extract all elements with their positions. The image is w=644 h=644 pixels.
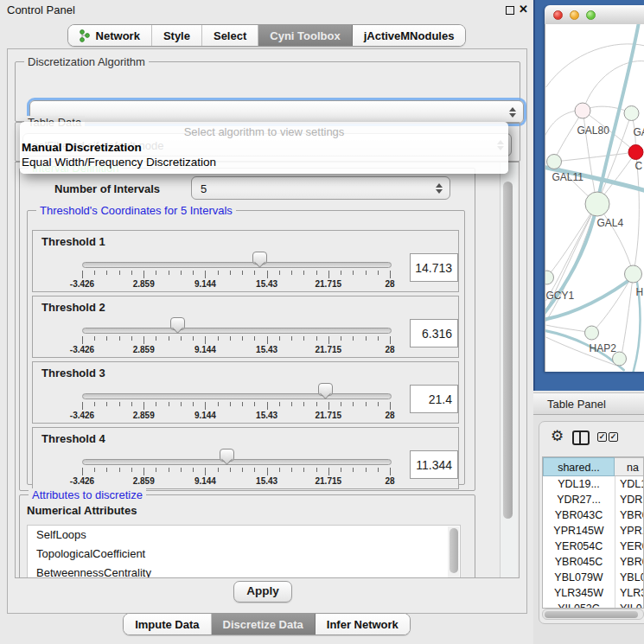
gear-icon[interactable]: ⚙ bbox=[551, 427, 564, 444]
slider-track[interactable] bbox=[82, 328, 392, 334]
close-traffic-light-icon[interactable] bbox=[553, 10, 563, 20]
table-row[interactable]: YER054CYER0 bbox=[543, 539, 643, 554]
network-window-titlebar bbox=[545, 5, 644, 25]
close-icon[interactable]: ✕ bbox=[519, 3, 528, 16]
apply-button[interactable]: Apply bbox=[233, 581, 292, 603]
tab-cyni-toolbox[interactable]: Cyni Toolbox bbox=[258, 25, 352, 46]
settings-scroll-thumb[interactable] bbox=[503, 182, 513, 519]
slider-tick bbox=[94, 402, 95, 406]
table-row[interactable]: YLR345WYLR3 bbox=[543, 585, 643, 601]
network-node[interactable] bbox=[585, 326, 599, 340]
checkbox-icon[interactable]: ✓ bbox=[609, 432, 618, 442]
network-node-label: GAL80 bbox=[577, 124, 610, 137]
table-row[interactable]: YBR045CYBR0 bbox=[543, 554, 643, 570]
slider-tick bbox=[328, 402, 329, 410]
slider-tick bbox=[193, 271, 194, 275]
zoom-traffic-light-icon[interactable] bbox=[586, 10, 596, 20]
float-window-icon[interactable] bbox=[506, 6, 514, 15]
slider-tick bbox=[218, 271, 219, 275]
attribute-list-item[interactable]: BetweennessCentrality bbox=[28, 564, 460, 578]
slider-tick bbox=[94, 468, 95, 472]
table-row[interactable]: YBR043CYBR0 bbox=[543, 507, 643, 523]
tab-network[interactable]: Network bbox=[68, 25, 152, 46]
slider-tick-label: 15.43 bbox=[256, 411, 277, 420]
attributes-list[interactable]: SelfLoopsTopologicalCoefficientBetweenne… bbox=[27, 525, 461, 578]
attributes-list-scroll-thumb[interactable] bbox=[450, 528, 458, 573]
slider-tick bbox=[353, 402, 354, 406]
tab-label: Select bbox=[214, 29, 246, 42]
slider-tick bbox=[353, 468, 354, 472]
slider-tick bbox=[390, 271, 391, 278]
settings-vertical-scrollbar[interactable] bbox=[500, 163, 517, 577]
slider-tick-label: 15.43 bbox=[256, 476, 277, 486]
table-row[interactable]: YDL19...YDL1 bbox=[543, 476, 643, 492]
threshold-value-field[interactable]: 6.316 bbox=[410, 319, 458, 348]
minimize-traffic-light-icon[interactable] bbox=[570, 10, 579, 20]
slider-track[interactable] bbox=[82, 459, 392, 465]
slider-track[interactable] bbox=[82, 262, 392, 268]
table-cell: YDL1 bbox=[615, 476, 643, 492]
table-horizontal-scrollbar[interactable] bbox=[542, 609, 644, 620]
table-row[interactable]: YDR27...YDR2 bbox=[543, 492, 643, 507]
slider-tick bbox=[181, 468, 182, 472]
slider-tick bbox=[291, 271, 292, 275]
slider-tick bbox=[328, 468, 329, 475]
column-header[interactable]: na bbox=[615, 457, 643, 476]
network-node[interactable] bbox=[625, 265, 642, 283]
table-header-row: shared...na bbox=[543, 457, 643, 476]
slider-thumb[interactable] bbox=[252, 252, 267, 265]
slider-tick-label: 21.715 bbox=[316, 345, 342, 354]
slider-tick bbox=[303, 402, 304, 406]
table-row[interactable]: YBL079WYBL0 bbox=[543, 570, 643, 585]
attributes-list-scrollbar[interactable] bbox=[448, 526, 459, 578]
network-node-label: GAL4 bbox=[597, 217, 624, 229]
slider-thumb[interactable] bbox=[220, 449, 234, 462]
table-row[interactable]: YPR145WYPR1 bbox=[543, 523, 643, 539]
slider-tick bbox=[242, 336, 243, 341]
network-node[interactable] bbox=[547, 155, 562, 169]
tab-discretize-data[interactable]: Discretize Data bbox=[212, 614, 316, 634]
network-canvas[interactable]: GAL80GAGAL11GAL4GCY1HHAP2C bbox=[545, 24, 644, 372]
top-tabs-segments: NetworkStyleSelectCyni ToolboxjActiveMNo… bbox=[67, 24, 467, 47]
slider-tick bbox=[378, 336, 379, 341]
attribute-list-item[interactable]: TopologicalCoefficient bbox=[28, 545, 460, 564]
slider-tick bbox=[143, 468, 144, 475]
network-node[interactable] bbox=[624, 106, 639, 121]
slider-tick bbox=[366, 402, 367, 406]
slider-tick bbox=[131, 271, 132, 275]
split-columns-icon[interactable] bbox=[572, 430, 590, 445]
attribute-list-item[interactable]: SelfLoops bbox=[28, 526, 460, 545]
slider-thumb[interactable] bbox=[170, 317, 185, 330]
slider-thumb[interactable] bbox=[318, 383, 333, 396]
control-panel: Control Panel ✕ NetworkStyleSelectCyni T… bbox=[0, 0, 533, 644]
network-node[interactable] bbox=[575, 103, 590, 118]
tab-infer-network[interactable]: Infer Network bbox=[316, 614, 410, 634]
table-row[interactable]: YIL052CYIL0 bbox=[543, 601, 643, 609]
threshold-value-field[interactable]: 14.713 bbox=[410, 253, 458, 282]
tab-style[interactable]: Style bbox=[152, 25, 202, 46]
algorithm-option[interactable]: Equal Width/Frequency Discretization bbox=[22, 156, 216, 169]
slider-tick bbox=[82, 271, 83, 278]
slider-tick bbox=[106, 468, 107, 472]
slider-tick bbox=[230, 336, 231, 341]
tab-impute-data[interactable]: Impute Data bbox=[124, 614, 211, 634]
bottom-tab-strip: Impute DataDiscretize DataInfer Network bbox=[0, 613, 533, 635]
network-node[interactable] bbox=[585, 192, 609, 216]
network-node[interactable] bbox=[613, 352, 627, 366]
threshold-value-field[interactable]: 21.4 bbox=[410, 385, 458, 413]
num-intervals-combobox[interactable]: 5 bbox=[191, 176, 450, 200]
table-cell: YPR1 bbox=[615, 523, 643, 539]
table-scroll-thumb[interactable] bbox=[545, 611, 638, 618]
checkbox-icon[interactable]: ✓ bbox=[597, 432, 607, 442]
slider-track[interactable] bbox=[82, 393, 392, 399]
threshold-value-field[interactable]: 11.344 bbox=[410, 450, 458, 479]
algorithm-combobox[interactable] bbox=[29, 100, 524, 124]
network-node[interactable] bbox=[545, 271, 554, 284]
network-node-label: HAP2 bbox=[590, 342, 617, 354]
algorithm-option[interactable]: Manual Discretization bbox=[22, 141, 142, 154]
slider-tick bbox=[353, 271, 354, 275]
network-node[interactable] bbox=[628, 145, 643, 160]
tab-jactivemnodules[interactable]: jActiveMNodules bbox=[353, 25, 466, 46]
tab-select[interactable]: Select bbox=[202, 25, 258, 46]
column-header-selected[interactable]: shared... bbox=[543, 457, 615, 476]
